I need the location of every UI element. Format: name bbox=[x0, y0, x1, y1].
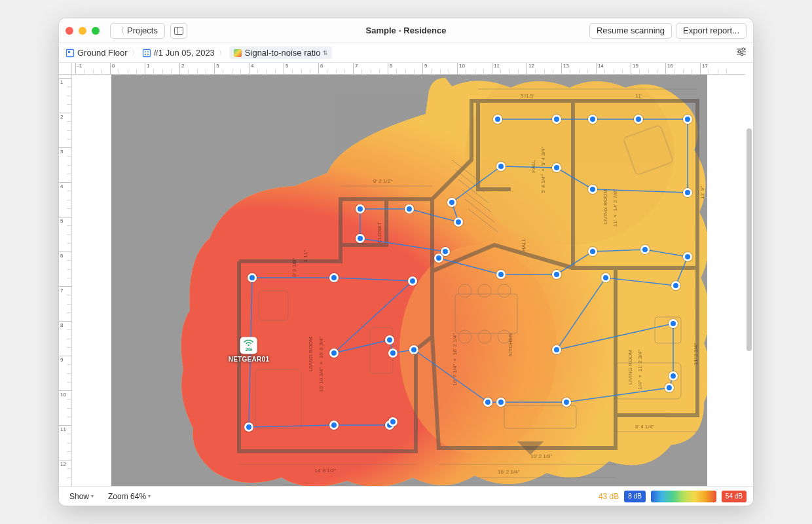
survey-point[interactable] bbox=[634, 115, 643, 124]
survey-point[interactable] bbox=[447, 198, 456, 207]
survey-point[interactable] bbox=[388, 417, 397, 426]
breadcrumb-survey[interactable]: #1 Jun 05, 2023 bbox=[142, 48, 215, 58]
survey-point[interactable] bbox=[385, 335, 394, 345]
chevron-left-icon: 〈 bbox=[117, 26, 124, 35]
survey-point[interactable] bbox=[683, 188, 692, 197]
ruler-tick: 3 bbox=[214, 63, 219, 74]
floorplan-label: 1/4" × 11' 2 3/4" bbox=[637, 350, 643, 390]
breadcrumb-metric-label: Signal-to-noise ratio bbox=[245, 48, 321, 58]
ruler-horizontal: -101234567891011121314151617 bbox=[72, 63, 745, 75]
survey-point[interactable] bbox=[329, 421, 339, 430]
breadcrumb-survey-label: #1 Jun 05, 2023 bbox=[154, 48, 215, 58]
survey-point[interactable] bbox=[601, 273, 610, 282]
ruler-tick: 10 bbox=[457, 63, 465, 74]
survey-point[interactable] bbox=[248, 273, 257, 282]
survey-point[interactable] bbox=[683, 115, 692, 124]
ruler-tick: 10 bbox=[59, 390, 71, 398]
access-point-marker[interactable]: 2G NETGEAR01 bbox=[229, 337, 270, 363]
floorplan-label: 8' 2 1/2" bbox=[373, 178, 392, 184]
ruler-tick: 12 bbox=[59, 460, 71, 467]
ruler-vertical: 123456789101112 bbox=[59, 75, 72, 486]
ruler-tick: 15 bbox=[631, 63, 638, 74]
ruler-tick: 9 bbox=[422, 63, 427, 74]
floorplan-label: 14' 8 1/2" bbox=[314, 468, 336, 474]
zoom-label: Zoom 64% bbox=[108, 492, 146, 501]
survey-point[interactable] bbox=[665, 383, 674, 392]
svg-point-5 bbox=[145, 51, 146, 52]
breadcrumb-floor[interactable]: Ground Floor bbox=[65, 48, 128, 58]
survey-point[interactable] bbox=[552, 345, 561, 354]
svg-point-19 bbox=[399, 245, 557, 455]
heatmap-icon bbox=[233, 48, 242, 58]
survey-point[interactable] bbox=[669, 319, 678, 328]
ruler-tick: 4 bbox=[249, 63, 253, 74]
survey-point[interactable] bbox=[588, 247, 597, 256]
survey-point[interactable] bbox=[552, 270, 561, 279]
floorplan-label: HALL bbox=[530, 160, 536, 173]
vertical-scrollbar[interactable] bbox=[747, 128, 752, 351]
ruler-tick: 12 bbox=[526, 63, 534, 74]
survey-point[interactable] bbox=[408, 276, 417, 286]
survey-point[interactable] bbox=[496, 398, 506, 407]
survey-point[interactable] bbox=[588, 115, 597, 124]
maximize-icon[interactable] bbox=[92, 27, 100, 35]
show-label: Show bbox=[69, 492, 89, 501]
sidebar-toggle-button[interactable] bbox=[170, 23, 187, 39]
ruler-tick: 11 bbox=[492, 63, 500, 74]
survey-point[interactable] bbox=[683, 252, 692, 261]
survey-point[interactable] bbox=[329, 273, 339, 282]
survey-point[interactable] bbox=[244, 422, 253, 432]
survey-point[interactable] bbox=[409, 345, 418, 354]
survey-point[interactable] bbox=[356, 234, 365, 243]
ruler-tick: 1 bbox=[59, 78, 71, 85]
canvas-viewport[interactable]: LIVING ROOM15' 10 3/4" × 15' 6 3/4"CLOSE… bbox=[72, 75, 753, 486]
floorplan-label: LIVING ROOM bbox=[627, 350, 633, 384]
survey-point[interactable] bbox=[483, 398, 492, 407]
survey-point[interactable] bbox=[493, 115, 502, 124]
legend-max-chip: 54 dB bbox=[722, 491, 747, 502]
zoom-menu-button[interactable]: Zoom 64% ▾ bbox=[104, 490, 155, 503]
survey-point[interactable] bbox=[454, 217, 463, 227]
floorplan-label: 11' 2 3/4" bbox=[693, 343, 699, 365]
floorplan-canvas[interactable]: LIVING ROOM15' 10 3/4" × 15' 6 3/4"CLOSE… bbox=[111, 75, 707, 486]
export-report-button[interactable]: Export report... bbox=[676, 23, 747, 39]
survey-point[interactable] bbox=[388, 348, 397, 358]
survey-point[interactable] bbox=[552, 163, 561, 172]
survey-point[interactable] bbox=[434, 253, 443, 263]
survey-point[interactable] bbox=[562, 398, 571, 407]
survey-point[interactable] bbox=[671, 281, 680, 290]
survey-point[interactable] bbox=[329, 348, 339, 358]
ruler-tick: 6 bbox=[59, 252, 71, 259]
svg-point-11 bbox=[742, 48, 745, 50]
floorplan-label: CLOSET bbox=[377, 222, 382, 243]
minimize-icon[interactable] bbox=[79, 27, 86, 35]
ruler-tick: 9 bbox=[59, 356, 71, 363]
chevron-down-icon: ▾ bbox=[91, 493, 94, 499]
survey-point[interactable] bbox=[669, 371, 678, 381]
survey-point[interactable] bbox=[405, 204, 414, 214]
ruler-tick: 8 bbox=[388, 63, 392, 74]
survey-point[interactable] bbox=[640, 245, 650, 254]
ruler-tick: 1 bbox=[145, 63, 149, 74]
resume-scanning-button[interactable]: Resume scanning bbox=[589, 23, 672, 39]
back-button[interactable]: 〈 Projects bbox=[110, 23, 165, 39]
legend-gradient bbox=[651, 491, 716, 502]
close-icon[interactable] bbox=[65, 27, 73, 35]
show-menu-button[interactable]: Show ▾ bbox=[65, 490, 98, 503]
survey-point[interactable] bbox=[496, 270, 506, 279]
ruler-tick: 2 bbox=[59, 113, 71, 120]
app-window: 〈 Projects Sample - Residence Resume sca… bbox=[59, 18, 753, 506]
breadcrumb-metric-dropdown[interactable]: Signal-to-noise ratio ⇅ bbox=[229, 47, 333, 59]
svg-rect-3 bbox=[68, 51, 70, 53]
ruler-tick: -1 bbox=[75, 63, 82, 74]
survey-point[interactable] bbox=[496, 162, 506, 171]
survey-point[interactable] bbox=[588, 185, 597, 194]
survey-point[interactable] bbox=[552, 115, 561, 124]
statusbar: Show ▾ Zoom 64% ▾ 43 dB 8 dB 54 dB bbox=[59, 486, 753, 506]
floorplan-label: 5'/1.5' bbox=[521, 93, 534, 99]
settings-button[interactable] bbox=[736, 47, 747, 58]
floorplan-label: LIVING ROOM bbox=[602, 189, 608, 224]
survey-point[interactable] bbox=[356, 204, 365, 214]
floorplan-label: 1 11" bbox=[303, 250, 308, 262]
legend-min-chip: 8 dB bbox=[624, 491, 646, 502]
